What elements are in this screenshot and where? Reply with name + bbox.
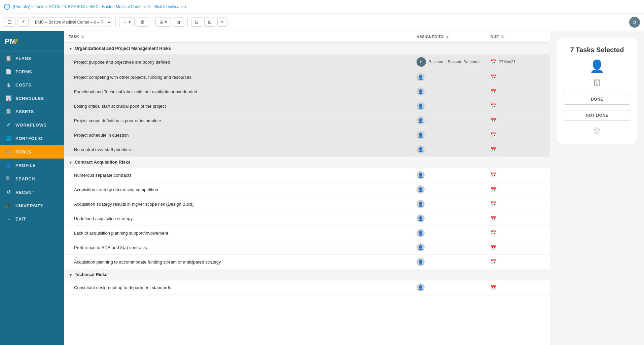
calendar-icon: 📅 bbox=[491, 103, 496, 109]
table-row[interactable]: Undefined acquisition strategy 👤 📅 bbox=[64, 211, 550, 226]
task-assignee: 👤 bbox=[412, 84, 486, 99]
tools-icon: 🔧 bbox=[5, 149, 12, 155]
person-icon: 👤 bbox=[417, 283, 425, 291]
table-row[interactable]: Acquisition strategy results in higher s… bbox=[64, 197, 550, 211]
sidebar-item-assets[interactable]: 🏛 ASSETS bbox=[0, 105, 64, 118]
portfolio-icon: 🌐 bbox=[5, 135, 12, 141]
sidebar-item-portfolio[interactable]: 🌐 PORTFOLIO bbox=[0, 132, 64, 145]
toggle-icon: ◑ bbox=[177, 20, 180, 25]
sidebar-item-university[interactable]: 🎓 UNIVERSITY bbox=[0, 199, 64, 212]
table-row[interactable]: Project purpose and objectives are poorl… bbox=[64, 54, 550, 70]
task-due: 📅 bbox=[486, 256, 536, 268]
task-due: 📅 bbox=[486, 144, 536, 155]
task-assignee: 👤 bbox=[412, 70, 486, 84]
list-view-button[interactable]: ☰ bbox=[4, 18, 15, 27]
person-icon: 👤 bbox=[417, 131, 425, 139]
task-assignee: 👤 bbox=[412, 128, 486, 142]
table-header: TASK ⧗ ASSIGNED TO ⧗ DUE ⧗ bbox=[64, 31, 550, 43]
table-row[interactable]: Project schedule in question 👤 📅 bbox=[64, 128, 550, 142]
table-row[interactable]: Project scope definition is poor or inco… bbox=[64, 113, 550, 128]
task-filter-icon[interactable]: ⧗ bbox=[81, 34, 84, 39]
user-avatar[interactable]: B bbox=[629, 17, 640, 28]
task-due: 📅 bbox=[486, 115, 536, 126]
trash-icon: 🗑 bbox=[140, 20, 145, 25]
task-name: Functional and Technical labor units not… bbox=[64, 86, 412, 97]
sidebar-item-exit[interactable]: → EXIT bbox=[0, 212, 64, 226]
task-assignee: 👤 bbox=[412, 99, 486, 113]
sidebar-label-tools: TOOLS bbox=[15, 149, 31, 154]
done-button[interactable]: DONE bbox=[564, 94, 630, 105]
group-org-pm: ▼ Organizational and Project Management … bbox=[64, 43, 550, 54]
table-row[interactable]: Acquisition strategy decreasing competit… bbox=[64, 182, 550, 197]
panel-title: 7 Tasks Selected bbox=[570, 46, 624, 54]
calendar-icon: 📅 bbox=[491, 89, 496, 94]
table-row[interactable]: Preference to SDB and 8(a) contracts 👤 📅 bbox=[64, 240, 550, 255]
workflows-icon: ✓ bbox=[5, 122, 12, 128]
board-select[interactable]: BMC – Boston Medical Center – 6 – R bbox=[31, 18, 112, 27]
sidebar-item-forms[interactable]: 📄 FORMS bbox=[0, 65, 64, 78]
person-icon: 👤 bbox=[417, 145, 425, 153]
due-filter-icon[interactable]: ⧗ bbox=[501, 34, 504, 39]
task-assignee: 👤 bbox=[412, 280, 486, 295]
calendar-icon: 📅 bbox=[491, 147, 496, 152]
grid-button[interactable]: ⊞ bbox=[204, 18, 215, 27]
task-assignee: 👤 bbox=[412, 113, 486, 128]
table-row[interactable]: Numerous separate contracts 👤 📅 bbox=[64, 168, 550, 182]
table-row[interactable]: Consultant design not up to department s… bbox=[64, 280, 550, 295]
sidebar-item-workflows[interactable]: ✓ WORKFLOWS bbox=[0, 118, 64, 132]
sidebar-item-profile[interactable]: 👤 PROFILE bbox=[0, 159, 64, 172]
sidebar-item-tools[interactable]: 🔧 TOOLS bbox=[0, 145, 64, 159]
sidebar-item-recent[interactable]: ↺ RECENT bbox=[0, 185, 64, 199]
table-row[interactable]: Losing critical staff at crucial point o… bbox=[64, 99, 550, 113]
add-chevron: ▾ bbox=[129, 20, 131, 25]
table-row[interactable]: Project competing with other projects, f… bbox=[64, 70, 550, 84]
collapse-technical-icon[interactable]: ▼ bbox=[69, 273, 73, 277]
task-due: 📅 bbox=[486, 100, 536, 112]
collapse-org-pm-icon[interactable]: ▼ bbox=[69, 46, 73, 51]
filter-button[interactable]: ≡ bbox=[217, 18, 227, 27]
forms-icon: 📄 bbox=[5, 69, 12, 75]
exit-icon: → bbox=[5, 216, 12, 222]
history-button[interactable]: ↺ bbox=[17, 18, 29, 27]
delete-button[interactable]: 🗑 bbox=[137, 18, 148, 27]
task-name: Losing critical staff at crucial point o… bbox=[64, 101, 412, 112]
task-due: 📅 bbox=[486, 198, 536, 210]
group-technical: ▼ Technical Risks bbox=[64, 269, 550, 280]
sidebar-label-portfolio: PORTFOLIO bbox=[15, 136, 42, 141]
collapse-acquisition-icon[interactable]: ▼ bbox=[69, 160, 73, 165]
task-due: 📅 bbox=[486, 213, 536, 224]
task-name: Preference to SDB and 8(a) contracts bbox=[64, 242, 412, 253]
task-due: 📅 bbox=[486, 227, 536, 239]
sidebar-item-search[interactable]: 🔍 SEARCH bbox=[0, 172, 64, 185]
table-row[interactable]: No control over staff priorities 👤 📅 bbox=[64, 142, 550, 157]
add-button[interactable]: ＋ ▾ bbox=[119, 17, 135, 27]
table-row[interactable]: Acquisition planning to accommodate fund… bbox=[64, 255, 550, 269]
filter-icon: ≡ bbox=[221, 20, 224, 25]
not-done-button[interactable]: NOT DONE bbox=[564, 110, 630, 121]
task-name: Lack of acquisition planning support/inv… bbox=[64, 228, 412, 239]
print-button[interactable]: 🖨 ▾ bbox=[155, 18, 171, 27]
toggle-button[interactable]: ◑ bbox=[173, 18, 184, 27]
info-icon[interactable]: i bbox=[4, 4, 10, 10]
task-name: Acquisition strategy decreasing competit… bbox=[64, 184, 412, 195]
calendar-icon: 📅 bbox=[491, 259, 496, 265]
print-icon: 🖨 bbox=[159, 20, 164, 25]
panel-trash-icon[interactable]: 🗑 bbox=[593, 126, 601, 136]
panel-person-icon: 👤 bbox=[589, 59, 605, 73]
task-name: Acquisition planning to accommodate fund… bbox=[64, 256, 412, 268]
main-layout: PM W 📋 PLANS 📄 FORMS $ COSTS 📊 SCHEDULES… bbox=[0, 31, 644, 345]
settings-button[interactable]: ⊟ bbox=[191, 18, 202, 27]
sidebar-item-schedules[interactable]: 📊 SCHEDULES bbox=[0, 92, 64, 105]
divider-3 bbox=[187, 17, 188, 27]
assigned-filter-icon[interactable]: ⧗ bbox=[446, 34, 449, 39]
sidebar-item-costs[interactable]: $ COSTS bbox=[0, 78, 64, 92]
sidebar-item-plans[interactable]: 📋 PLANS bbox=[0, 51, 64, 65]
table-row[interactable]: Lack of acquisition planning support/inv… bbox=[64, 226, 550, 240]
task-due: 📅 bbox=[486, 242, 536, 253]
settings-icon: ⊟ bbox=[195, 20, 199, 25]
table-row[interactable]: Functional and Technical labor units not… bbox=[64, 84, 550, 99]
person-icon: 👤 bbox=[417, 243, 425, 251]
costs-icon: $ bbox=[5, 82, 12, 88]
grid-icon: ⊞ bbox=[208, 20, 212, 25]
group-acquisition-label: Contract Acquisition Risks bbox=[75, 160, 131, 165]
